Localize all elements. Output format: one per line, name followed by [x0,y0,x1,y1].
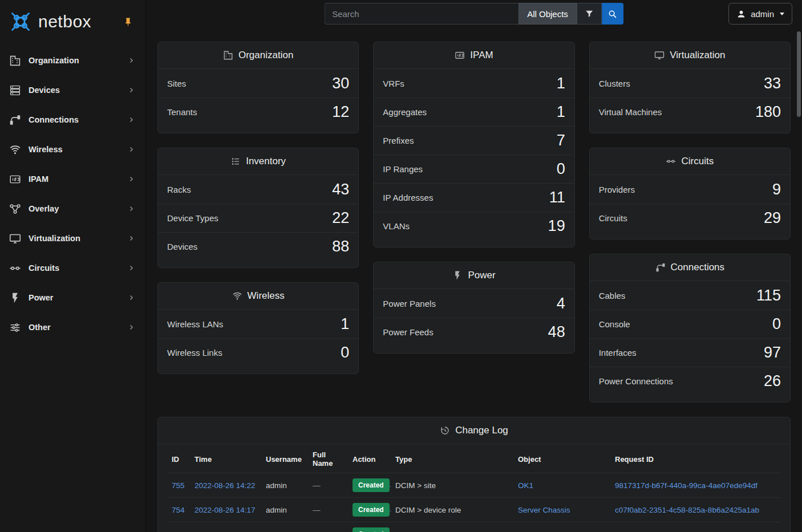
stat-label: Wireless LANs [167,319,223,329]
table-row: 754 2022-08-26 14:17 admin — Created DCI… [167,498,781,522]
stat-row-prefixes[interactable]: Prefixes 7 [374,126,574,155]
card-body: Clusters 33 Virtual Machines 180 [590,69,790,133]
stat-value: 48 [548,323,565,341]
stat-value: 180 [755,103,781,121]
stat-value: 26 [764,372,781,390]
user-name: admin [751,9,774,19]
tune-icon [9,322,21,334]
list-icon [230,156,241,166]
cable-icon [9,114,21,126]
stat-row-racks[interactable]: Racks 43 [158,175,358,204]
sidebar-item-label: Other [29,323,127,332]
card-body: VRFs 1 Aggregates 1 Prefixes 7 IP Rang [374,69,574,247]
changelog-card: Change Log ID Time Username Full Name [157,417,791,532]
sidebar-item-wireless[interactable]: Wireless [0,135,145,164]
stat-row-console[interactable]: Console 0 [590,310,790,338]
flash-icon [452,270,463,281]
connections-card: Connections Cables 115 Console 0 Interfa… [589,254,791,403]
change-object-link[interactable]: OK1 [518,481,533,490]
search-bar: All Objects [325,3,623,25]
stat-row-virtual-machines[interactable]: Virtual Machines 180 [590,98,790,126]
sidebar-item-power[interactable]: Power [0,283,145,312]
stat-row-ip-addresses[interactable]: IP Addresses 11 [374,183,574,212]
change-time-link[interactable]: 2022-08-26 14:17 [195,506,256,514]
inventory-card: Inventory Racks 43 Device Types 22 Devic… [157,148,359,268]
chevron-right-icon [127,56,136,65]
stat-row-wireless-links[interactable]: Wireless Links 0 [158,338,358,367]
change-id-link[interactable]: 754 [172,506,185,514]
stat-row-device-types[interactable]: Device Types 22 [158,204,358,232]
stat-value: 22 [332,209,349,227]
sidebar-item-ipam[interactable]: IPAM [0,164,145,194]
stat-value: 7 [557,132,565,149]
change-time-link[interactable]: 2022-08-26 14:15 [195,530,256,532]
action-badge: Created [353,478,390,492]
stat-row-sites[interactable]: Sites 30 [158,69,358,98]
sidebar-item-devices[interactable]: Devices [0,75,145,105]
monitor-icon [9,233,21,245]
stat-label: VRFs [383,79,404,88]
change-type: DCIM > site [391,473,513,498]
change-full-name: — [308,522,348,532]
circuits-card: Circuits Providers 9 Circuits 29 [589,148,791,239]
sidebar-item-organization[interactable]: Organization [0,46,145,75]
stat-row-vlans[interactable]: VLANs 19 [374,212,574,240]
sidebar-item-circuits[interactable]: Circuits [0,253,145,283]
stat-row-tenants[interactable]: Tenants 12 [158,98,358,126]
sidebar-item-virtualization[interactable]: Virtualization [0,224,145,253]
user-menu-button[interactable]: admin [728,3,792,25]
sidebar-item-overlay[interactable]: Overlay [0,194,145,224]
stat-row-wireless-lans[interactable]: Wireless LANs 1 [158,310,358,338]
stat-row-aggregates[interactable]: Aggregates 1 [374,98,574,126]
change-id-link[interactable]: 753 [172,530,185,532]
wifi-icon [9,144,21,156]
scrollbar-thumb[interactable] [797,31,801,117]
stat-row-clusters[interactable]: Clusters 33 [590,69,790,98]
stat-row-devices[interactable]: Devices 88 [158,232,358,261]
stat-row-interfaces[interactable]: Interfaces 97 [590,338,790,367]
chevron-right-icon [127,86,136,95]
object-type-button[interactable]: All Objects [519,3,577,25]
wifi-icon [232,291,242,301]
stat-row-vrfs[interactable]: VRFs 1 [374,69,574,98]
stat-row-power-connections[interactable]: Power Connections 26 [590,367,790,395]
chevron-right-icon [127,293,136,302]
stat-row-power-panels[interactable]: Power Panels 4 [374,289,574,318]
column-header-time: Time [190,444,261,473]
stat-value: 9 [772,181,781,198]
request-id-link[interactable]: c07f0ab2-2351-4c58-825a-8b6a2425a1ab [615,506,759,514]
stat-row-circuits[interactable]: Circuits 29 [590,204,790,232]
card-header: Virtualization [590,42,790,69]
sidebar-item-other[interactable]: Other [0,312,145,342]
history-icon [440,425,450,436]
change-time-link[interactable]: 2022-08-26 14:22 [195,481,256,490]
chevron-right-icon [127,115,136,124]
card-title: Connections [671,262,725,273]
stat-label: IP Addresses [383,193,433,202]
stat-row-cables[interactable]: Cables 115 [590,281,790,310]
sidebar: netbox Organization Devices Connections … [0,0,146,532]
change-id-link[interactable]: 755 [172,481,185,490]
column-header-username: Username [261,444,308,473]
filter-button[interactable] [577,3,602,25]
change-full-name: — [308,498,348,522]
chevron-right-icon [127,234,136,243]
action-badge: Created [353,503,390,517]
search-input[interactable] [325,3,519,25]
stat-row-providers[interactable]: Providers 9 [590,175,790,204]
card-title: IPAM [470,50,493,61]
card-title: Inventory [246,156,286,167]
cable-icon [655,262,666,273]
server-icon [9,84,21,96]
request-id-link[interactable]: 24807c61-9952-49c6-b8a5-69760bfcc4b3 [615,530,758,532]
stat-row-power-feeds[interactable]: Power Feeds 48 [374,318,574,346]
stat-row-ip-ranges[interactable]: IP Ranges 0 [374,155,574,183]
search-button[interactable] [602,3,623,25]
request-id-link[interactable]: 9817317d-b67f-440a-99ca-4ae07ede94df [615,481,758,490]
stat-label: Tenants [167,107,197,117]
card-header: IPAM [374,42,574,69]
sidebar-item-connections[interactable]: Connections [0,105,145,135]
sidebar-item-label: Organization [29,56,127,65]
pin-sidebar-icon[interactable] [123,17,133,27]
change-object-link[interactable]: Server Chassis [518,506,570,514]
